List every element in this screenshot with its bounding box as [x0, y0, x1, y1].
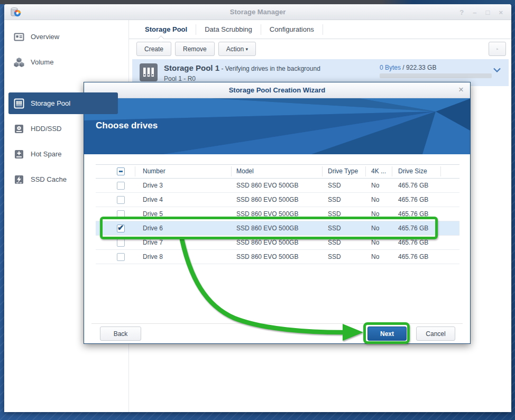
column-header-4k[interactable]: 4K ... — [366, 166, 392, 176]
row-4k: No — [366, 210, 392, 218]
row-checkbox[interactable] — [117, 210, 125, 218]
drive-table-body: Drive 3 SSD 860 EVO 500GB SSD No 465.76 … — [96, 179, 459, 264]
row-model: SSD 860 EVO 500GB — [232, 210, 323, 218]
row-number: Drive 3 — [135, 182, 232, 189]
table-row[interactable]: Drive 6 SSD 860 EVO 500GB SSD No 465.76 … — [96, 221, 459, 236]
row-model: SSD 860 EVO 500GB — [232, 253, 323, 260]
back-button[interactable]: Back — [100, 326, 141, 341]
row-drive-size: 465.76 GB — [392, 210, 441, 218]
pool-name: Storage Pool 1 — [164, 63, 219, 72]
row-4k: No — [366, 196, 392, 203]
row-checkbox[interactable] — [117, 253, 125, 261]
table-row[interactable]: Drive 8 SSD 860 EVO 500GB SSD No 465.76 … — [96, 250, 459, 264]
sidebar-item-label: SSD Cache — [31, 175, 67, 183]
dialog-footer-divider — [91, 323, 463, 324]
row-checkbox[interactable] — [117, 182, 125, 190]
dialog-titlebar[interactable]: Storage Pool Creation Wizard × — [84, 82, 470, 98]
row-drive-size: 465.76 GB — [392, 239, 441, 246]
table-row[interactable]: Drive 3 SSD 860 EVO 500GB SSD No 465.76 … — [96, 179, 459, 193]
tab-separator — [323, 24, 323, 35]
action-dropdown-button[interactable]: Action ▾ — [218, 42, 256, 56]
row-checkbox[interactable] — [117, 196, 125, 204]
window-titlebar[interactable]: Storage Manager ? – □ × — [4, 4, 511, 20]
row-number: Drive 6 — [135, 225, 232, 232]
row-drive-type: SSD — [323, 225, 366, 232]
row-model: SSD 860 EVO 500GB — [232, 225, 323, 232]
column-header-number[interactable]: Number — [135, 166, 232, 176]
sidebar-item-overview[interactable]: Overview — [8, 26, 118, 48]
row-drive-type: SSD — [323, 210, 366, 218]
dialog-close-icon[interactable]: × — [458, 82, 464, 97]
dialog-title: Storage Pool Creation Wizard — [84, 82, 470, 98]
row-drive-type: SSD — [323, 253, 366, 260]
tab-bar: Storage Pool Data Scrubbing Configuratio… — [129, 20, 511, 39]
row-drive-type: SSD — [323, 182, 366, 189]
row-4k: No — [366, 253, 392, 260]
caret-down-icon: ▾ — [245, 46, 248, 52]
sidebar-item-storage-pool[interactable]: Storage Pool — [8, 92, 118, 114]
row-4k: No — [366, 239, 392, 246]
table-row[interactable]: Drive 5 SSD 860 EVO 500GB SSD No 465.76 … — [96, 207, 459, 221]
row-4k: No — [366, 225, 392, 232]
sidebar-item-label: Volume — [31, 58, 53, 66]
row-model: SSD 860 EVO 500GB — [232, 182, 323, 189]
storage-pool-icon — [14, 98, 24, 109]
tab-configurations[interactable]: Configurations — [261, 25, 323, 33]
desktop-background: Storage Manager ? – □ × Overvie — [0, 0, 515, 420]
cancel-button[interactable]: Cancel — [416, 326, 455, 341]
table-row[interactable]: Drive 7 SSD 860 EVO 500GB SSD No 465.76 … — [96, 236, 459, 250]
pool-used: 0 Bytes — [380, 64, 401, 71]
minimize-icon[interactable]: – — [473, 8, 476, 16]
sidebar-item-volume[interactable]: Volume — [8, 51, 118, 73]
help-icon[interactable]: ? — [459, 8, 464, 16]
sort-button[interactable] — [489, 42, 506, 56]
sidebar-item-label: Hot Spare — [31, 150, 62, 158]
chevron-down-icon[interactable] — [493, 67, 501, 72]
row-4k: No — [366, 182, 392, 189]
column-header-drive-type[interactable]: Drive Type — [323, 166, 366, 176]
pool-usage-bar — [380, 73, 492, 78]
overview-icon — [14, 32, 24, 42]
sort-icon — [496, 45, 498, 53]
next-button[interactable]: Next — [367, 326, 407, 341]
pool-total: 922.33 GB — [406, 64, 436, 71]
maximize-icon[interactable]: □ — [486, 8, 490, 16]
sidebar-item-label: Storage Pool — [31, 99, 70, 107]
storage-manager-window: Storage Manager ? – □ × Overvie — [4, 4, 511, 412]
wizard-heading: Choose drives — [96, 120, 158, 131]
row-number: Drive 7 — [135, 239, 232, 246]
select-all-checkbox[interactable] — [117, 167, 125, 175]
row-drive-type: SSD — [323, 196, 366, 203]
window-title: Storage Manager — [4, 4, 511, 20]
tab-storage-pool[interactable]: Storage Pool — [141, 25, 196, 33]
row-checkbox[interactable] — [117, 239, 125, 247]
row-drive-size: 465.76 GB — [392, 182, 441, 189]
create-button[interactable]: Create — [136, 42, 171, 56]
table-row[interactable]: Drive 4 SSD 860 EVO 500GB SSD No 465.76 … — [96, 193, 459, 207]
ssd-cache-icon — [14, 174, 24, 185]
hdd-ssd-icon — [14, 124, 24, 134]
row-model: SSD 860 EVO 500GB — [232, 239, 323, 246]
wizard-banner: Choose drives — [84, 98, 470, 154]
row-number: Drive 5 — [135, 210, 232, 218]
volume-icon — [14, 57, 24, 68]
toolbar: Create Remove Action ▾ — [136, 42, 256, 56]
row-checkbox[interactable] — [117, 225, 125, 232]
tab-data-scrubbing[interactable]: Data Scrubbing — [196, 25, 261, 33]
row-drive-size: 465.76 GB — [392, 196, 441, 203]
sidebar-item-label: Overview — [31, 33, 59, 41]
column-header-model[interactable]: Model — [232, 166, 323, 176]
remove-button[interactable]: Remove — [175, 42, 215, 56]
pool-detail: Pool 1 - R0 — [164, 75, 196, 82]
storage-pool-creation-wizard-dialog: Storage Pool Creation Wizard × Choose dr… — [84, 82, 471, 344]
row-number: Drive 4 — [135, 196, 232, 203]
close-icon[interactable]: × — [499, 8, 503, 16]
drive-table: Number Model Drive Type 4K ... Drive Siz… — [96, 164, 459, 264]
sidebar-item-label: HDD/SSD — [31, 125, 62, 133]
drive-table-header: Number Model Drive Type 4K ... Drive Siz… — [96, 164, 459, 179]
row-model: SSD 860 EVO 500GB — [232, 196, 323, 203]
row-number: Drive 8 — [135, 253, 232, 260]
column-header-drive-size[interactable]: Drive Size — [392, 166, 441, 176]
hot-spare-icon — [14, 149, 24, 160]
row-drive-size: 465.76 GB — [392, 253, 441, 260]
